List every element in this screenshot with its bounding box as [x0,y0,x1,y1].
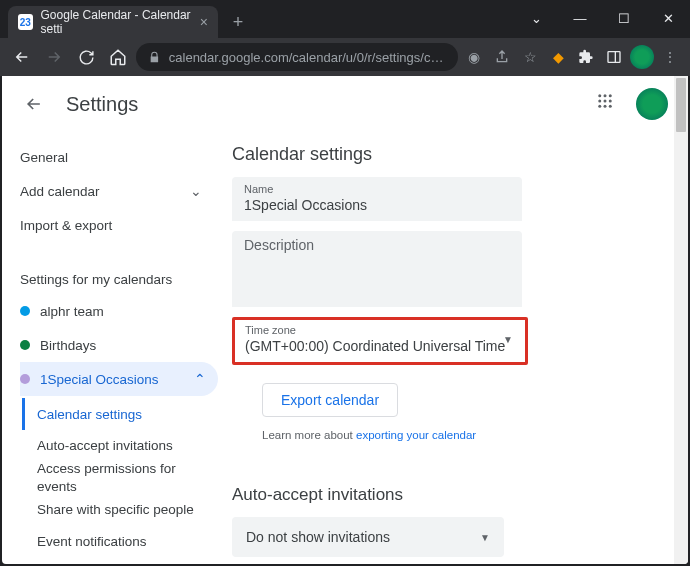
export-help-link[interactable]: exporting your calendar [356,429,476,441]
eye-icon[interactable]: ◉ [462,45,486,69]
button-label: Export calendar [281,392,379,408]
auto-accept-select[interactable]: Do not show invitations ▼ [232,517,504,557]
svg-point-2 [598,94,601,97]
maximize-icon[interactable]: ☐ [602,11,646,26]
favicon-icon: 23 [18,14,33,30]
extensions-icon[interactable] [574,45,598,69]
section-title-auto-accept: Auto-accept invitations [232,485,664,505]
hint-text: Learn more about [262,429,356,441]
settings-sidebar: General Add calendar ⌄ Import & export S… [2,132,218,564]
sidebar-item-label: alphr team [40,304,104,319]
share-icon[interactable] [490,45,514,69]
sidebar-item-label: Birthdays [40,338,96,353]
sidebar-item-label: 1Special Occasions [40,372,159,387]
side-panel-icon[interactable] [602,45,626,69]
browser-tab[interactable]: 23 Google Calendar - Calendar setti × [8,6,218,38]
page-title: Settings [66,93,138,116]
sidebar-item-add-calendar[interactable]: Add calendar ⌄ [20,174,218,208]
svg-point-6 [604,100,607,103]
reload-icon[interactable] [72,43,100,71]
tab-close-icon[interactable]: × [200,14,208,30]
minimize-icon[interactable]: ― [558,11,602,26]
address-bar[interactable]: calendar.google.com/calendar/u/0/r/setti… [136,43,458,71]
close-window-icon[interactable]: ✕ [646,11,690,26]
sidebar-sub-calendar-settings[interactable]: Calendar settings [37,398,218,430]
sidebar-sub-access-permissions[interactable]: Access permissions for events [37,462,218,494]
bookmark-star-icon[interactable]: ☆ [518,45,542,69]
svg-point-8 [598,105,601,108]
color-dot-icon [20,340,30,350]
kebab-menu-icon[interactable]: ⋮ [658,45,682,69]
main-panel: Calendar settings Name 1Special Occasion… [218,132,688,564]
sidebar-item-label: Import & export [20,218,112,233]
profile-avatar-icon[interactable] [630,45,654,69]
field-value: 1Special Occasions [244,197,510,213]
field-value: (GMT+00:00) Coordinated Universal Time [245,338,515,354]
sidebar-calendar-birthdays[interactable]: Birthdays [20,328,218,362]
sidebar-sub-auto-accept[interactable]: Auto-accept invitations [37,430,218,462]
export-hint: Learn more about exporting your calendar [262,429,664,441]
field-label: Name [244,183,510,195]
account-avatar[interactable] [636,88,668,120]
chevron-down-icon[interactable]: ⌄ [514,11,558,26]
home-icon[interactable] [104,43,132,71]
sidebar-item-label: Add calendar [20,184,100,199]
settings-back-button[interactable] [22,92,46,116]
forward-icon [40,43,68,71]
svg-point-3 [604,94,607,97]
caret-down-icon: ▼ [503,334,513,345]
sidebar-item-label: Event notifications [37,533,147,551]
sidebar-item-label: General [20,150,68,165]
export-calendar-button[interactable]: Export calendar [262,383,398,417]
color-dot-icon [20,306,30,316]
chevron-up-icon: ⌃ [194,371,206,387]
scrollbar-thumb[interactable] [676,78,686,132]
scrollbar[interactable] [674,76,688,564]
description-field[interactable]: Description [232,231,522,307]
extension-fox-icon[interactable]: ◆ [546,45,570,69]
name-field[interactable]: Name 1Special Occasions [232,177,522,221]
apps-grid-icon[interactable] [596,92,620,116]
svg-rect-0 [608,52,620,63]
svg-point-7 [609,100,612,103]
field-label: Time zone [245,324,515,336]
timezone-select[interactable]: Time zone (GMT+00:00) Coordinated Univer… [232,317,528,365]
chevron-down-icon: ⌄ [190,183,202,199]
sidebar-sub-share[interactable]: Share with specific people [37,494,218,526]
sidebar-item-label: Access permissions for events [37,460,208,495]
svg-point-9 [604,105,607,108]
select-value: Do not show invitations [246,529,390,545]
url-text: calendar.google.com/calendar/u/0/r/setti… [169,50,446,65]
caret-down-icon: ▼ [480,532,490,543]
sidebar-calendar-special[interactable]: 1Special Occasions ⌃ [20,362,218,396]
section-title-calendar-settings: Calendar settings [232,144,664,165]
sidebar-item-label: Auto-accept invitations [37,437,173,455]
color-dot-icon [20,374,30,384]
tab-title: Google Calendar - Calendar setti [41,8,200,36]
svg-point-10 [609,105,612,108]
sidebar-group-title: Settings for my calendars [20,264,218,294]
svg-point-4 [609,94,612,97]
new-tab-button[interactable]: + [224,8,252,36]
field-label: Description [244,237,510,253]
sidebar-item-general[interactable]: General [20,140,218,174]
back-icon[interactable] [8,43,36,71]
sidebar-item-import-export[interactable]: Import & export [20,208,218,242]
lock-icon [148,51,161,64]
sidebar-calendar-alphr[interactable]: alphr team [20,294,218,328]
svg-point-5 [598,100,601,103]
sidebar-item-label: Share with specific people [37,501,194,519]
sidebar-sub-event-notifications[interactable]: Event notifications [37,526,218,558]
sidebar-item-label: Calendar settings [37,407,142,422]
